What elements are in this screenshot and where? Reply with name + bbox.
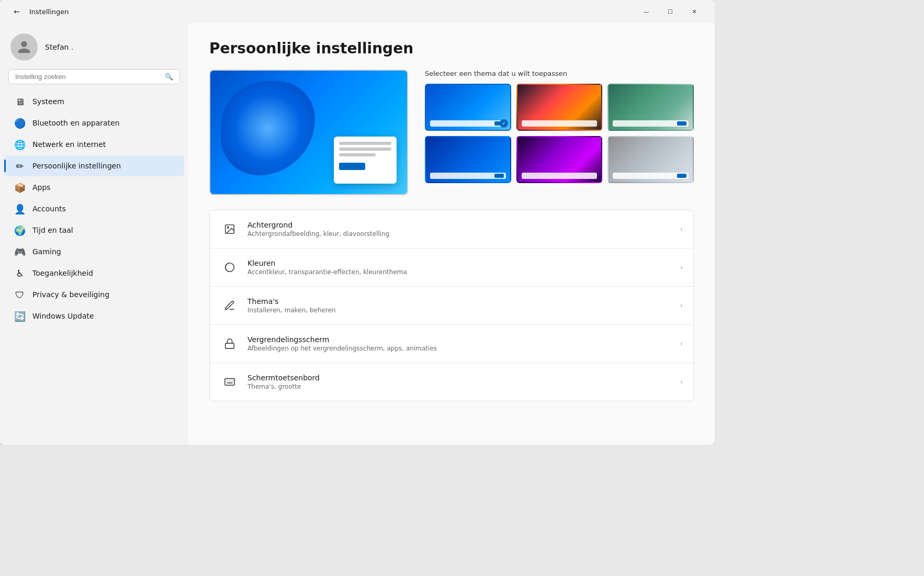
- theme-grid-section: Selecteer een thema dat u wilt toepassen…: [425, 70, 694, 183]
- sidebar-item-accounts[interactable]: 👤 Accounts: [4, 198, 184, 219]
- nav-icon-apps: 📦: [15, 182, 25, 193]
- back-button[interactable]: ←: [8, 3, 25, 20]
- nav-label-tijd: Tijd en taal: [32, 226, 73, 234]
- nav-label-accounts: Accounts: [32, 205, 66, 213]
- main-content: Persoonlijke instellingen Selecteer een …: [188, 23, 715, 445]
- settings-item-vergrendelingsscherm[interactable]: Vergrendelingsscherm Afbeeldingen op het…: [210, 325, 693, 363]
- sidebar-item-bluetooth[interactable]: 🔵 Bluetooth en apparaten: [4, 112, 184, 133]
- nav-label-apps: Apps: [32, 183, 51, 191]
- window-title: Instellingen: [29, 8, 634, 16]
- search-input[interactable]: [15, 73, 161, 81]
- sidebar-item-windows-update[interactable]: 🔄 Windows Update: [4, 306, 184, 326]
- window-controls: — ☐ ✕: [634, 3, 706, 20]
- svg-rect-3: [226, 343, 234, 348]
- theme-minibar-5: [522, 173, 598, 179]
- chevron-icon-themas: ›: [680, 302, 683, 309]
- sidebar-item-privacy[interactable]: 🛡 Privacy & beveiliging: [4, 284, 184, 305]
- settings-desc-themas: Installeren, maken, beheren: [247, 307, 672, 314]
- chevron-icon-vergrendelingsscherm: ›: [680, 340, 683, 347]
- nav-label-gaming: Gaming: [32, 247, 61, 256]
- minimize-button[interactable]: —: [634, 3, 658, 20]
- theme-check-1: ✓: [500, 119, 508, 128]
- settings-desc-kleuren: Accentkleur, transparantie-effecten, kle…: [247, 268, 672, 276]
- chevron-icon-schermtoetsenbord: ›: [680, 378, 683, 386]
- nav-icon-windows-update: 🔄: [15, 311, 25, 321]
- settings-item-kleuren[interactable]: Kleuren Accentkleur, transparantie-effec…: [210, 249, 693, 287]
- settings-title-vergrendelingsscherm: Vergrendelingsscherm: [247, 335, 672, 344]
- sidebar-item-apps[interactable]: 📦 Apps: [4, 177, 184, 198]
- search-box[interactable]: 🔍: [8, 69, 180, 84]
- svg-point-1: [227, 227, 229, 228]
- nav-label-netwerk: Netwerk en internet: [32, 140, 106, 149]
- settings-title-schermtoetsenbord: Schermtoetsenbord: [247, 374, 672, 382]
- avatar: [10, 33, 38, 61]
- settings-item-achtergrond[interactable]: Achtergrond Achtergrondafbeelding, kleur…: [210, 210, 693, 249]
- settings-icon-vergrendelingsscherm: [220, 334, 239, 353]
- settings-window: ← Instellingen — ☐ ✕ Stefan . 🔍: [0, 0, 715, 445]
- settings-title-themas: Thema's: [247, 297, 672, 306]
- sidebar-item-persoonlijk[interactable]: ✏ Persoonlijke instellingen: [4, 155, 184, 176]
- nav-icon-bluetooth: 🔵: [15, 118, 25, 128]
- settings-text-schermtoetsenbord: Schermtoetsenbord Thema's, grootte: [247, 374, 672, 390]
- nav-label-privacy: Privacy & beveiliging: [32, 290, 109, 299]
- theme-section: Selecteer een thema dat u wilt toepassen…: [209, 70, 694, 195]
- preview-line-2: [339, 148, 391, 151]
- settings-icon-kleuren: [220, 258, 239, 277]
- svg-rect-4: [225, 379, 234, 386]
- settings-text-achtergrond: Achtergrond Achtergrondafbeelding, kleur…: [247, 221, 672, 238]
- theme-thumb-2[interactable]: [516, 84, 603, 131]
- theme-grid-label: Selecteer een thema dat u wilt toepassen: [425, 70, 694, 77]
- theme-minibar-2: [522, 120, 598, 127]
- settings-icon-schermtoetsenbord: [220, 372, 239, 391]
- preview-btn: [339, 163, 365, 170]
- theme-thumb-5[interactable]: [516, 136, 603, 183]
- settings-icon-themas: [220, 296, 239, 315]
- chevron-icon-kleuren: ›: [680, 264, 683, 271]
- nav-label-windows-update: Windows Update: [32, 312, 94, 320]
- nav-label-bluetooth: Bluetooth en apparaten: [32, 119, 120, 127]
- page-title: Persoonlijke instellingen: [209, 40, 694, 57]
- sidebar: Stefan . 🔍 🖥 Systeem 🔵 Bluetooth en appa…: [0, 23, 188, 445]
- chevron-icon-achtergrond: ›: [680, 225, 683, 233]
- settings-title-kleuren: Kleuren: [247, 259, 672, 267]
- window-preview: [334, 137, 397, 184]
- user-section[interactable]: Stefan .: [0, 27, 188, 69]
- maximize-button[interactable]: ☐: [658, 3, 682, 20]
- theme-grid: ✓: [425, 84, 694, 183]
- sidebar-item-toegankelijkheid[interactable]: ♿ Toegankelijkheid: [4, 263, 184, 284]
- nav-icon-privacy: 🛡: [15, 289, 25, 300]
- nav-icon-tijd: 🌍: [15, 225, 25, 235]
- sidebar-item-systeem[interactable]: 🖥 Systeem: [4, 91, 184, 112]
- theme-thumb-3[interactable]: [607, 84, 694, 131]
- theme-main-preview: [209, 70, 408, 195]
- blob-decoration: [221, 81, 315, 175]
- sidebar-item-tijd[interactable]: 🌍 Tijd en taal: [4, 220, 184, 241]
- nav-icon-persoonlijk: ✏: [15, 161, 25, 171]
- settings-item-schermtoetsenbord[interactable]: Schermtoetsenbord Thema's, grootte ›: [210, 363, 693, 401]
- theme-minibtn-6: [677, 174, 686, 178]
- sidebar-item-gaming[interactable]: 🎮 Gaming: [4, 241, 184, 262]
- nav-icon-netwerk: 🌐: [15, 139, 25, 150]
- sidebar-item-netwerk[interactable]: 🌐 Netwerk en internet: [4, 134, 184, 155]
- close-button[interactable]: ✕: [682, 3, 706, 20]
- theme-thumb-6[interactable]: [607, 136, 694, 183]
- nav-icon-toegankelijkheid: ♿: [15, 268, 25, 278]
- preview-line-3: [339, 153, 376, 156]
- nav-label-systeem: Systeem: [32, 97, 64, 106]
- settings-list: Achtergrond Achtergrondafbeelding, kleur…: [209, 210, 694, 401]
- settings-text-themas: Thema's Installeren, maken, beheren: [247, 297, 672, 314]
- nav-icon-gaming: 🎮: [15, 246, 25, 257]
- settings-icon-achtergrond: [220, 220, 239, 239]
- settings-text-kleuren: Kleuren Accentkleur, transparantie-effec…: [247, 259, 672, 276]
- settings-desc-vergrendelingsscherm: Afbeeldingen op het vergrendelingsscherm…: [247, 345, 672, 352]
- nav-icon-accounts: 👤: [15, 204, 25, 214]
- settings-item-themas[interactable]: Thema's Installeren, maken, beheren ›: [210, 287, 693, 325]
- theme-minibtn-3: [677, 121, 686, 126]
- nav-label-toegankelijkheid: Toegankelijkheid: [32, 269, 93, 277]
- search-icon: 🔍: [165, 73, 173, 81]
- content-area: Stefan . 🔍 🖥 Systeem 🔵 Bluetooth en appa…: [0, 23, 715, 445]
- theme-thumb-1[interactable]: ✓: [425, 84, 511, 131]
- theme-thumb-4[interactable]: [425, 136, 511, 183]
- settings-text-vergrendelingsscherm: Vergrendelingsscherm Afbeeldingen op het…: [247, 335, 672, 352]
- titlebar: ← Instellingen — ☐ ✕: [0, 0, 715, 23]
